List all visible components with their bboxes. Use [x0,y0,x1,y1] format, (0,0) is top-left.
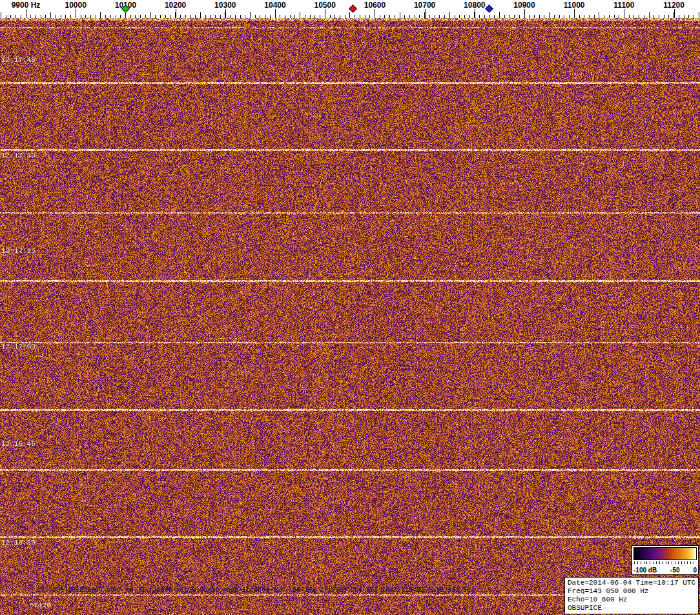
ruler-label-11000: 11000 [551,1,597,10]
ruler-label-10300: 10300 [203,1,248,10]
colorbar-gradient [633,547,697,560]
info-box: Date=2014-06-04 Time=10:17 UTC Freq=143 … [564,577,699,614]
colorbar-legend: -100 dB -50 0 [632,545,699,575]
colorbar-ticks [634,561,696,564]
legend-label-max: 0 [693,567,697,574]
info-date-line: Date=2014-06-04 Time=10:17 UTC [568,579,695,587]
ruler-label-10500: 10500 [302,1,347,10]
legend-label-min: -100 dB [633,567,657,574]
ruler-label-10600: 10600 [352,1,397,10]
ruler-label-9900: 9900 Hz [3,1,48,10]
ruler-label-10900: 10900 [502,1,547,10]
ruler-label-10000: 10000 [53,1,98,10]
ruler-label-10700: 10700 [402,1,448,10]
ruler-label-10400: 10400 [252,1,298,10]
info-echo-line: Echo=10 600 Hz [568,596,695,604]
info-station-line: OBSUPICE [568,604,695,612]
colorbar-labels: -100 dB -50 0 [633,567,697,574]
legend-label-mid: -50 [670,567,679,574]
spectrogram-canvas [0,18,700,615]
ruler-label-10200: 10200 [153,1,198,10]
ruler-label-11100: 11100 [601,1,646,10]
frequency-ruler: 9900 Hz100001010010200103001040010500106… [0,0,700,18]
meteor-spectrogram-app: 9900 Hz100001010010200103001040010500106… [0,0,700,615]
info-freq-line: Freq=143 050 000 Hz [568,587,695,596]
ruler-label-11200: 11200 [652,1,697,10]
